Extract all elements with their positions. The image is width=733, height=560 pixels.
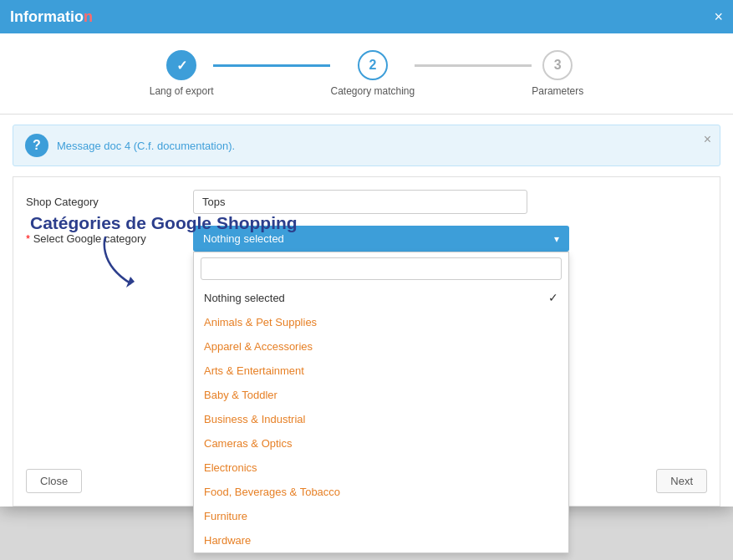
dropdown-item[interactable]: Hardware xyxy=(194,528,568,552)
shop-category-input[interactable] xyxy=(193,190,527,214)
step-2-circle: 2 xyxy=(358,50,388,80)
dropdown-item[interactable]: Nothing selected✓ xyxy=(194,285,568,310)
step-3-circle: 3 xyxy=(542,50,573,80)
info-message-banner: ? Message doc 4 (C.f. documentation). × xyxy=(13,125,720,166)
close-button[interactable]: Close xyxy=(26,469,82,493)
modal-header: Information × xyxy=(0,0,733,33)
dropdown-item[interactable]: Furniture xyxy=(194,504,568,528)
dropdown-item[interactable]: Cameras & Optics xyxy=(194,431,568,456)
dropdown-item[interactable]: Business & Industrial xyxy=(194,407,568,431)
step-3: 3 Parameters xyxy=(532,50,583,97)
dropdown-selected-label: Nothing selected xyxy=(203,232,284,245)
dropdown-item[interactable]: Animals & Pet Supplies xyxy=(194,310,568,334)
step-1: ✓ Lang of export xyxy=(150,50,214,97)
info-icon: ? xyxy=(25,134,48,157)
dropdown-item[interactable]: Baby & Toddler xyxy=(194,383,568,407)
next-button[interactable]: Next xyxy=(656,469,707,493)
check-icon: ✓ xyxy=(548,291,558,304)
google-category-dropdown: Nothing selected ▾ Nothing selected✓Anim… xyxy=(193,226,569,252)
dropdown-search-input[interactable] xyxy=(201,257,562,280)
dropdown-item[interactable]: Electronics xyxy=(194,456,568,480)
dropdown-item[interactable]: Arts & Entertainment xyxy=(194,359,568,383)
modal-close-button[interactable]: × xyxy=(714,9,723,24)
dropdown-items-list: Nothing selected✓Animals & Pet SuppliesA… xyxy=(194,285,568,552)
shop-category-row: Shop Category xyxy=(26,190,707,214)
info-close-button[interactable]: × xyxy=(704,132,711,147)
step-2-label: Category matching xyxy=(330,85,415,97)
info-message-text: Message doc 4 (C.f. documentation). xyxy=(57,140,235,152)
step-3-label: Parameters xyxy=(532,85,583,97)
step-line-1 xyxy=(213,64,330,67)
dropdown-item[interactable]: Food, Beverages & Tobacco xyxy=(194,480,568,504)
step-1-label: Lang of export xyxy=(150,85,214,97)
step-1-circle: ✓ xyxy=(166,50,196,80)
shop-category-label: Shop Category xyxy=(26,196,193,208)
dropdown-menu: Nothing selected✓Animals & Pet SuppliesA… xyxy=(193,252,569,553)
title-accent: n xyxy=(84,8,93,25)
dropdown-toggle-button[interactable]: Nothing selected ▾ xyxy=(193,226,569,252)
dropdown-arrow-icon: ▾ xyxy=(554,233,559,245)
google-category-row: Catégories de Google Shopping Select Goo… xyxy=(26,226,707,252)
dropdown-item[interactable]: Apparel & Accessories xyxy=(194,334,568,359)
google-category-label: Select Google category xyxy=(26,232,193,245)
step-line-2 xyxy=(415,64,532,67)
modal-title: Information xyxy=(10,8,93,26)
modal: Information × ✓ Lang of export 2 Categor… xyxy=(0,0,733,507)
wizard-steps: ✓ Lang of export 2 Category matching 3 P… xyxy=(0,33,733,115)
form-area: Shop Category Catégories de Google Shopp… xyxy=(13,176,720,507)
svg-marker-0 xyxy=(126,277,135,288)
step-2: 2 Category matching xyxy=(330,50,415,97)
